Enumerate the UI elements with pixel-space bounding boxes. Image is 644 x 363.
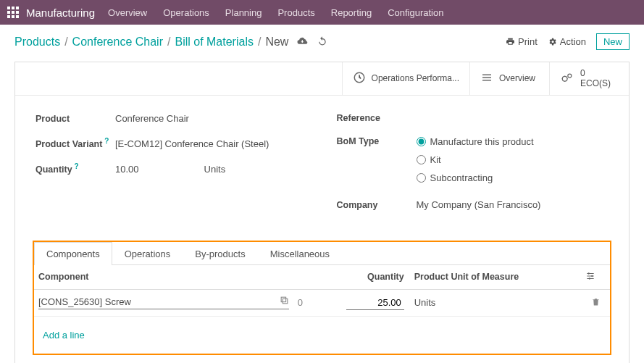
label-bomtype: BoM Type [337, 136, 417, 146]
print-label: Print [518, 36, 538, 47]
bars-icon [480, 71, 493, 86]
value-quantity[interactable]: 10.00 [115, 164, 139, 175]
breadcrumb-conference-chair[interactable]: Conference Chair [72, 36, 163, 49]
label-company: Company [337, 200, 417, 210]
clock-icon [353, 71, 366, 86]
svg-point-3 [588, 272, 590, 274]
app-name[interactable]: Manufacturing [26, 7, 95, 19]
print-button[interactable]: Print [506, 36, 538, 47]
tab-components[interactable]: Components [34, 242, 112, 265]
svg-point-2 [568, 74, 572, 78]
cloud-save-icon[interactable] [297, 36, 309, 48]
tab-miscellaneous[interactable]: Miscellaneous [258, 242, 342, 265]
components-table: Component Quantity Product Unit of Measu… [34, 265, 610, 354]
action-label: Action [560, 36, 586, 47]
cell-seq: 0 [293, 289, 328, 316]
bomtype-manufacture[interactable]: Manufacture this product [417, 136, 534, 147]
th-settings[interactable] [581, 265, 610, 290]
th-uom: Product Unit of Measure [409, 265, 582, 290]
tab-by-products[interactable]: By-products [183, 242, 257, 265]
svg-rect-7 [281, 297, 286, 302]
breadcrumb: Products / Conference Chair / Bill of Ma… [14, 36, 327, 49]
svg-point-1 [562, 76, 567, 81]
nav-configuration[interactable]: Configuration [388, 7, 443, 18]
bomtype-radio-group: Manufacture this product Kit Subcontract… [417, 136, 534, 183]
discard-icon[interactable] [317, 36, 327, 48]
th-quantity: Quantity [327, 265, 408, 290]
cell-component[interactable]: [CONS_25630] Screw [38, 296, 131, 307]
copy-icon[interactable] [280, 296, 289, 307]
gears-icon [560, 71, 574, 86]
quantity-input[interactable] [346, 296, 404, 310]
nav-operations[interactable]: Operations [163, 7, 209, 18]
action-button[interactable]: Action [548, 36, 586, 47]
form-sheet: Operations Performa... Overview 0 ECO(S) [14, 62, 630, 363]
breadcrumb-products[interactable]: Products [14, 36, 60, 49]
svg-point-4 [591, 275, 593, 277]
nav-overview[interactable]: Overview [108, 7, 147, 18]
label-product: Product [35, 114, 115, 124]
value-quantity-unit[interactable]: Units [204, 164, 226, 175]
components-highlight-box: Components Operations By-products Miscel… [33, 241, 611, 355]
apps-icon[interactable] [7, 7, 19, 18]
svg-rect-6 [283, 299, 288, 304]
breadcrumb-current: New [265, 36, 288, 49]
label-reference: Reference [337, 113, 417, 123]
form-right-col: Reference BoM Type Manufacture this prod… [337, 113, 609, 223]
stat-operations-performance[interactable]: Operations Performa... [342, 62, 469, 95]
stat-bar: Operations Performa... Overview 0 ECO(S) [15, 62, 629, 96]
nav-planning[interactable]: Planning [225, 7, 262, 18]
value-product[interactable]: Conference Chair [115, 113, 189, 124]
label-variant: Product Variant ? [35, 137, 115, 149]
stat-overview[interactable]: Overview [469, 62, 549, 95]
nav-products[interactable]: Products [277, 7, 314, 18]
value-company[interactable]: My Company (San Francisco) [417, 199, 541, 210]
value-variant[interactable]: [E-COM12] Conference Chair (Steel) [115, 138, 269, 149]
sliders-icon [585, 272, 595, 283]
form-left-col: Product Conference Chair Product Variant… [35, 113, 308, 223]
add-line-link[interactable]: Add a line [38, 322, 606, 348]
control-bar: Products / Conference Chair / Bill of Ma… [0, 25, 644, 54]
tab-operations[interactable]: Operations [112, 242, 183, 265]
bomtype-subcontracting[interactable]: Subcontracting [417, 172, 534, 183]
table-row: [CONS_25630] Screw 0 Units [34, 289, 610, 316]
new-button[interactable]: New [596, 33, 630, 50]
breadcrumb-bom[interactable]: Bill of Materials [175, 36, 253, 49]
tabs: Components Operations By-products Miscel… [34, 242, 610, 265]
stat-ecos[interactable]: 0 ECO(S) [549, 62, 629, 95]
delete-icon[interactable] [591, 298, 601, 309]
th-component: Component [34, 265, 293, 290]
nav-reporting[interactable]: Reporting [331, 7, 372, 18]
cell-uom[interactable]: Units [409, 289, 582, 316]
svg-point-5 [589, 278, 590, 279]
label-quantity: Quantity ? [35, 162, 115, 175]
bomtype-kit[interactable]: Kit [417, 154, 534, 165]
navbar: Manufacturing Overview Operations Planni… [0, 0, 644, 25]
